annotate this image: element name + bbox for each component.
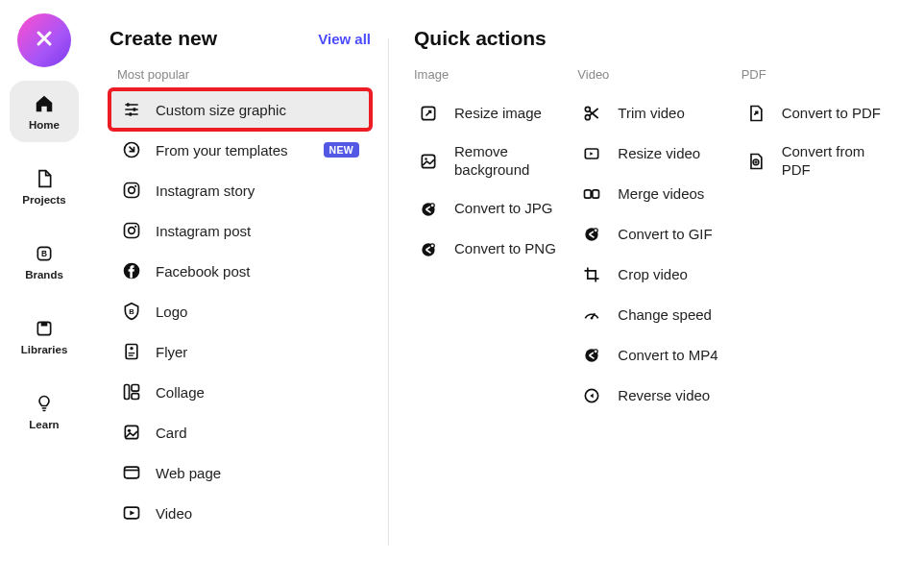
sliders-icon (121, 99, 142, 120)
create-collage[interactable]: Collage (109, 372, 371, 412)
create-video[interactable]: Video (109, 493, 371, 533)
svg-point-38 (594, 229, 597, 232)
quick-convert-from-pdf[interactable]: Convert from PDF (742, 134, 895, 189)
svg-point-29 (430, 203, 434, 207)
remove-bg-icon (418, 151, 439, 172)
nav-label: Projects (22, 194, 65, 206)
create-web-page[interactable]: Web page (109, 452, 371, 493)
quick-item-label: Convert to MP4 (618, 347, 717, 365)
resize-video-icon (581, 143, 602, 164)
quick-head: PDF (742, 67, 895, 82)
svg-rect-16 (126, 345, 137, 359)
create-from-templates[interactable]: From your templates NEW (109, 130, 371, 170)
nav-label: Brands (25, 269, 63, 280)
create-flyer[interactable]: Flyer (109, 331, 371, 372)
create-column: Create new View all Most popular Custom … (109, 27, 388, 557)
svg-rect-5 (134, 108, 136, 110)
create-facebook-post[interactable]: Facebook post (109, 251, 371, 291)
create-instagram-post[interactable]: Instagram post (109, 210, 371, 251)
libraries-icon (33, 317, 56, 340)
quick-item-label: Convert from PDF (782, 143, 891, 180)
quick-item-label: Trim video (618, 105, 684, 123)
create-instagram-story[interactable]: Instagram story (109, 170, 371, 210)
brand-icon: B (33, 242, 56, 265)
nav-home[interactable]: Home (10, 81, 79, 142)
quick-resize-image[interactable]: Resize image (414, 93, 568, 134)
svg-point-41 (594, 350, 597, 353)
quick-col-pdf: PDF Convert to PDF Convert from PDF (742, 67, 895, 416)
create-item-label: Card (156, 425, 359, 441)
quick-convert-to-pdf[interactable]: Convert to PDF (742, 93, 895, 134)
quick-head: Video (577, 67, 731, 82)
quick-convert-jpg[interactable]: Convert to JPG (414, 189, 568, 230)
create-card[interactable]: Card (109, 412, 371, 452)
quick-change-speed[interactable]: Change speed (577, 295, 731, 335)
create-item-label: Video (156, 505, 359, 522)
nav-label: Home (29, 119, 60, 131)
speed-icon (581, 304, 602, 326)
play-icon (121, 502, 142, 523)
view-all-link[interactable]: View all (318, 31, 371, 47)
svg-text:B: B (129, 307, 134, 316)
from-pdf-icon (745, 151, 766, 172)
facebook-icon (121, 260, 142, 281)
quick-merge-videos[interactable]: Merge videos (577, 174, 731, 214)
new-badge: NEW (324, 142, 359, 158)
create-item-label: Custom size graphic (156, 102, 359, 118)
quick-item-label: Convert to GIF (618, 226, 712, 244)
quick-resize-video[interactable]: Resize video (577, 134, 731, 174)
create-item-label: Web page (156, 465, 359, 481)
nav-brands[interactable]: B Brands (10, 231, 79, 292)
svg-point-10 (134, 185, 136, 187)
svg-point-39 (591, 317, 594, 320)
convert-mp4-icon (581, 345, 602, 366)
svg-rect-36 (593, 190, 599, 198)
svg-rect-4 (127, 103, 130, 106)
quick-item-label: Convert to PDF (782, 105, 881, 123)
instagram-icon (121, 180, 142, 201)
close-icon (33, 27, 56, 54)
create-custom-size-graphic[interactable]: Custom size graphic (109, 89, 371, 130)
svg-point-13 (134, 226, 136, 228)
quick-convert-gif[interactable]: Convert to GIF (577, 214, 731, 255)
create-item-label: From your templates (156, 142, 310, 158)
create-item-label: Collage (156, 384, 359, 401)
quick-reverse-video[interactable]: Reverse video (577, 376, 731, 416)
nav-libraries[interactable]: Libraries (10, 305, 79, 367)
svg-rect-3 (41, 322, 48, 326)
logo-icon: B (121, 301, 142, 322)
sidebar: Home Projects B Brands Libraries Learn (0, 0, 88, 584)
create-title: Create new (109, 27, 217, 50)
quick-remove-background[interactable]: Remove background (414, 134, 568, 189)
convert-jpg-icon (418, 199, 439, 220)
create-subhead: Most popular (109, 67, 371, 82)
svg-rect-11 (125, 224, 139, 238)
reverse-icon (581, 385, 602, 406)
create-logo[interactable]: B Logo (109, 291, 371, 331)
quick-col-image: Image Resize image Remove background Con… (414, 67, 568, 416)
create-item-label: Logo (156, 304, 359, 320)
quick-item-label: Reverse video (618, 387, 710, 405)
quick-trim-video[interactable]: Trim video (577, 93, 731, 134)
quick-item-label: Remove background (454, 143, 564, 180)
svg-rect-8 (125, 183, 139, 198)
convert-gif-icon (581, 224, 602, 245)
svg-point-9 (129, 187, 135, 194)
quick-crop-video[interactable]: Crop video (577, 255, 731, 295)
svg-rect-35 (585, 190, 592, 198)
svg-point-27 (425, 158, 427, 160)
quick-item-label: Merge videos (618, 185, 704, 204)
collage-icon (121, 381, 142, 402)
quick-convert-mp4[interactable]: Convert to MP4 (577, 335, 731, 376)
card-icon (121, 422, 142, 443)
nav-projects[interactable]: Projects (10, 156, 79, 217)
webpage-icon (121, 462, 142, 483)
to-pdf-icon (745, 103, 766, 124)
quick-item-label: Convert to PNG (454, 240, 556, 258)
quick-item-label: Resize video (618, 145, 700, 163)
quick-convert-png[interactable]: Convert to PNG (414, 230, 568, 270)
svg-rect-18 (125, 385, 130, 400)
instagram-icon (121, 220, 142, 241)
nav-learn[interactable]: Learn (10, 380, 79, 442)
close-button[interactable] (17, 13, 71, 67)
